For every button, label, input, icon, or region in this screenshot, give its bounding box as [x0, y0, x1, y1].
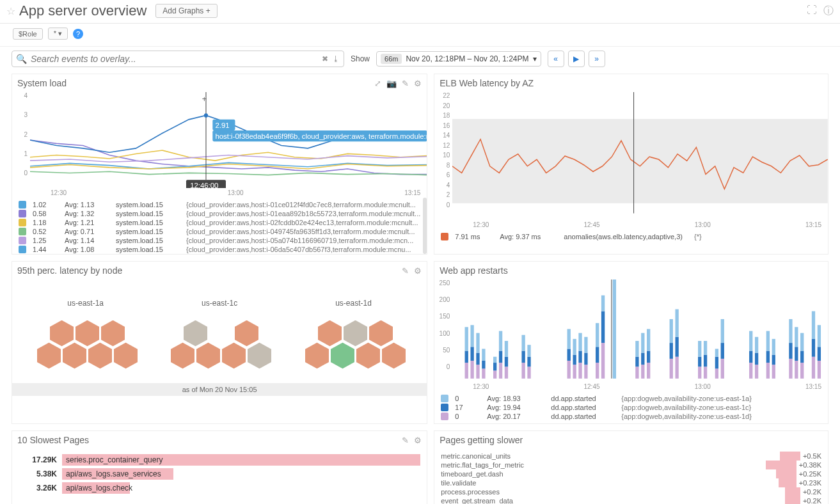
expand-icon[interactable]: ⤢ — [374, 79, 381, 88]
svg-rect-68 — [596, 323, 599, 347]
pages-slower-row[interactable]: event_get.stream_data+0.2K — [441, 496, 821, 504]
hex-group[interactable]: us-east-1c — [162, 299, 277, 377]
event-search-input[interactable] — [31, 54, 318, 64]
gear-icon[interactable]: ⚙ — [414, 436, 422, 445]
event-search-box[interactable]: 🔍 ✖ ⭳ — [12, 51, 344, 67]
svg-rect-78 — [641, 333, 644, 353]
svg-marker-17 — [196, 342, 221, 370]
hexmap-as-of: as of Mon 20 Nov 15:05 — [12, 383, 427, 396]
edit-icon[interactable]: ✎ — [402, 79, 409, 88]
svg-rect-88 — [698, 366, 701, 379]
svg-rect-87 — [676, 309, 679, 336]
elb-chart[interactable]: 2220181614121086420 — [434, 92, 828, 220]
svg-rect-37 — [482, 361, 486, 368]
template-var-role[interactable]: $Role — [13, 28, 43, 40]
panel-title: Pages getting slower — [440, 435, 523, 445]
svg-rect-72 — [613, 280, 616, 379]
svg-rect-27 — [465, 363, 468, 379]
legend-row[interactable]: 7.91 msAvg: 9.37 msanomalies(aws.elb.lat… — [441, 232, 821, 241]
slow-row[interactable]: 5.38Kapi/aws_logs.save_services — [19, 467, 420, 481]
svg-rect-101 — [749, 350, 752, 363]
hexmap-body[interactable]: us-east-1aus-east-1cus-east-1d — [12, 280, 427, 383]
legend-row[interactable]: 1.25Avg: 1.14system.load.15{cloud_provid… — [19, 236, 420, 245]
svg-rect-108 — [766, 331, 770, 351]
legend-row[interactable]: 1.02Avg: 1.13system.load.15{cloud_provid… — [19, 200, 420, 209]
gear-icon[interactable]: ⚙ — [414, 266, 422, 276]
svg-marker-16 — [170, 342, 196, 370]
template-var-value[interactable]: * ▾ — [48, 28, 68, 40]
restarts-chart[interactable]: 250200150100500 — [434, 280, 828, 382]
pages-slower-row[interactable]: process.processes+0.2K — [441, 487, 821, 496]
svg-rect-47 — [505, 341, 508, 357]
svg-rect-111 — [772, 339, 775, 355]
svg-marker-24 — [329, 342, 355, 370]
fullscreen-icon[interactable]: ⛶ — [807, 4, 817, 18]
slow-row[interactable]: 17.29Kseries.proc_container_query — [19, 453, 420, 467]
svg-rect-55 — [567, 349, 571, 361]
cursor-plus: + — [202, 95, 207, 104]
edit-icon[interactable]: ✎ — [402, 266, 409, 276]
svg-rect-33 — [477, 365, 480, 379]
pages-slower-row[interactable]: timeboard_get.dash+0.25K — [441, 469, 821, 478]
info-icon[interactable]: ⓘ — [823, 4, 834, 18]
svg-rect-123 — [812, 311, 815, 339]
svg-rect-40 — [493, 363, 496, 370]
svg-rect-112 — [789, 359, 793, 379]
svg-rect-44 — [499, 331, 502, 351]
svg-rect-86 — [676, 337, 679, 357]
legend-scroll-hint[interactable] — [423, 198, 427, 254]
panel-pages-slower: Pages getting slower metric.canonical_un… — [434, 430, 828, 504]
svg-rect-102 — [749, 331, 752, 351]
search-icon: 🔍 — [16, 54, 27, 64]
svg-rect-53 — [528, 345, 531, 357]
pages-slower-row[interactable]: metric.flat_tags_for_metric+0.38K — [441, 461, 821, 469]
panel-elb-latency: ELB Web latency by AZ 222018161412108642… — [434, 74, 828, 255]
favorite-star-icon[interactable]: ☆ — [6, 5, 15, 17]
panel-title: System load — [17, 78, 67, 88]
legend-row[interactable]: 0.58Avg: 1.32system.load.15{cloud_provid… — [19, 209, 420, 218]
save-search-icon[interactable]: ⭳ — [332, 54, 340, 63]
system-load-legend: 1.02Avg: 1.13system.load.15{cloud_provid… — [12, 198, 427, 254]
svg-rect-117 — [795, 327, 798, 347]
add-graphs-button[interactable]: Add Graphs + — [155, 4, 217, 18]
svg-rect-94 — [715, 368, 718, 378]
time-play-button[interactable]: ▶ — [568, 51, 585, 67]
legend-row[interactable]: 0.52Avg: 0.71system.load.15{cloud_provid… — [19, 227, 420, 236]
time-range-pill: 66m — [381, 54, 402, 64]
gear-icon[interactable]: ⚙ — [414, 79, 422, 88]
svg-rect-100 — [749, 363, 752, 379]
hex-group[interactable]: us-east-1d — [296, 299, 411, 377]
system-load-chart[interactable]: 43210 + 2.91 host:i-0f38edab4ea6f9f6b, — [12, 92, 427, 188]
pages-slower-row[interactable]: metric.canonical_units+0.5K — [441, 452, 821, 461]
cursor-time: 12:46:00 — [190, 182, 218, 188]
svg-rect-107 — [766, 350, 770, 363]
time-prev-button[interactable]: « — [548, 51, 564, 67]
pages-slower-row[interactable]: tile.validate+0.23K — [441, 478, 821, 487]
help-icon[interactable]: ? — [73, 29, 83, 39]
legend-row[interactable]: 1.18Avg: 1.21system.load.15{cloud_provid… — [19, 218, 420, 227]
svg-rect-66 — [596, 363, 599, 379]
clear-search-icon[interactable]: ✖ — [322, 54, 328, 63]
legend-row[interactable]: 1.44Avg: 1.08system.load.15{cloud_provid… — [19, 245, 420, 254]
svg-rect-120 — [800, 333, 804, 351]
svg-rect-92 — [704, 355, 707, 367]
svg-rect-43 — [499, 350, 502, 363]
time-next-button[interactable]: » — [589, 51, 605, 67]
edit-icon[interactable]: ✎ — [402, 436, 409, 445]
cursor-value: 2.91 — [215, 122, 229, 129]
chevron-down-icon: ▾ — [533, 54, 537, 63]
cursor-host: host:i-0f38edab4ea6f9f6b, cloud_provider… — [215, 132, 427, 140]
legend-row[interactable]: 17Avg: 19.94dd.app.started{app:dogweb,av… — [441, 403, 821, 412]
legend-row[interactable]: 0Avg: 18.93dd.app.started{app:dogweb,ava… — [441, 394, 821, 403]
camera-icon[interactable]: 📷 — [386, 79, 397, 88]
svg-marker-23 — [304, 342, 329, 370]
legend-row[interactable]: 0Avg: 20.17dd.app.started{app:dogweb,ava… — [441, 412, 821, 421]
svg-marker-18 — [221, 342, 247, 370]
slow-row[interactable]: 3.26Kapi/aws_logs.check — [19, 481, 420, 495]
svg-rect-74 — [636, 357, 639, 366]
svg-rect-57 — [573, 365, 576, 379]
svg-rect-60 — [579, 363, 582, 379]
hex-group[interactable]: us-east-1a — [28, 299, 143, 377]
svg-rect-99 — [721, 319, 724, 343]
time-range-selector[interactable]: 66m Nov 20, 12:18PM – Nov 20, 1:24PM ▾ — [376, 51, 541, 67]
